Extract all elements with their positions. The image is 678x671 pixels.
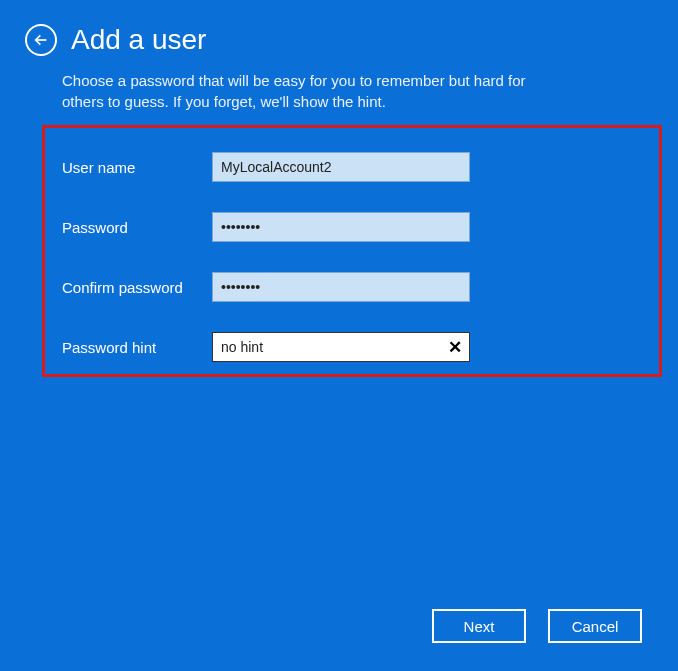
confirm-password-input[interactable] <box>212 272 470 302</box>
add-user-form: User name Password Confirm password Pass… <box>0 112 678 362</box>
clear-hint-button[interactable]: ✕ <box>440 332 470 362</box>
back-button[interactable] <box>25 24 57 56</box>
next-button[interactable]: Next <box>432 609 526 643</box>
cancel-button[interactable]: Cancel <box>548 609 642 643</box>
password-hint-label: Password hint <box>62 339 212 356</box>
username-label: User name <box>62 159 212 176</box>
back-arrow-icon <box>33 32 49 48</box>
page-title: Add a user <box>71 24 206 56</box>
page-subtitle: Choose a password that will be easy for … <box>0 56 610 112</box>
password-input[interactable] <box>212 212 470 242</box>
confirm-password-label: Confirm password <box>62 279 212 296</box>
username-input[interactable] <box>212 152 470 182</box>
password-hint-input[interactable] <box>212 332 470 362</box>
password-label: Password <box>62 219 212 236</box>
close-icon: ✕ <box>448 337 462 358</box>
